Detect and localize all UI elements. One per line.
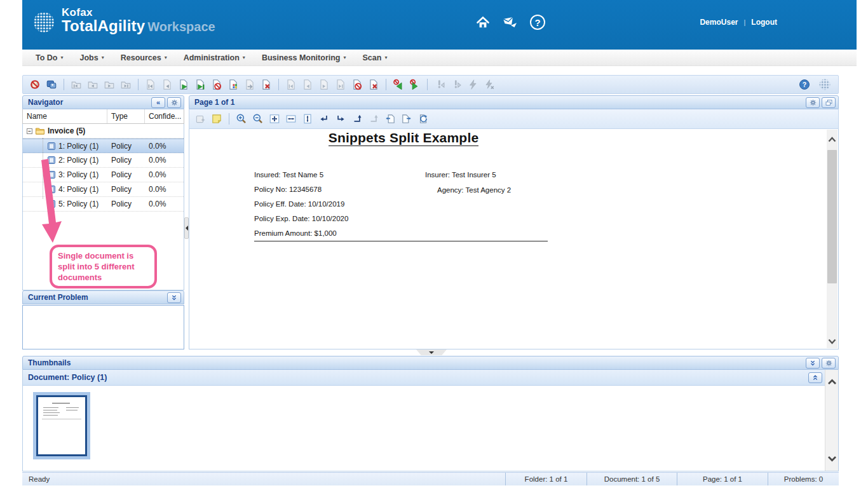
menu-jobs[interactable]: Jobs▾ bbox=[72, 50, 112, 65]
menu-resources[interactable]: Resources▾ bbox=[112, 50, 175, 65]
rotate-right-button[interactable] bbox=[332, 111, 349, 126]
thumbnails-collapse-button[interactable] bbox=[806, 358, 820, 369]
rotate-page-button[interactable] bbox=[415, 111, 431, 126]
fit-page-button[interactable] bbox=[266, 111, 283, 126]
menu-business-monitoring[interactable]: Business Monitoring▾ bbox=[254, 50, 355, 65]
menu-scan[interactable]: Scan▾ bbox=[355, 50, 396, 65]
scrollbar-thumb[interactable] bbox=[827, 150, 837, 283]
menu-todo[interactable]: To Do▾ bbox=[27, 50, 72, 65]
fit-height-button[interactable] bbox=[299, 111, 316, 126]
batch-reject-button[interactable] bbox=[27, 77, 43, 92]
first-document-button[interactable] bbox=[142, 77, 159, 92]
previous-document-button[interactable] bbox=[159, 77, 175, 92]
scroll-down-button[interactable] bbox=[827, 336, 837, 347]
chevron-double-up-icon bbox=[811, 374, 819, 382]
viewer-scrollbar[interactable] bbox=[827, 130, 837, 348]
thumbnails-scrollbar[interactable] bbox=[825, 370, 838, 471]
toolbar-help-button[interactable]: ? bbox=[796, 77, 813, 92]
home-icon bbox=[475, 15, 491, 30]
messages-button[interactable] bbox=[502, 14, 519, 30]
reject-page-button[interactable] bbox=[349, 77, 365, 92]
next-document-button[interactable] bbox=[175, 77, 192, 92]
rotate-left-button[interactable] bbox=[316, 111, 332, 126]
tree-row-policy-1[interactable]: 1: Policy (1) Policy 0.0% bbox=[23, 139, 184, 153]
delete-page-button[interactable] bbox=[365, 77, 382, 92]
previous-problem-button[interactable] bbox=[431, 77, 448, 92]
first-folder-button[interactable] bbox=[68, 77, 85, 92]
chevron-double-down-icon bbox=[809, 359, 817, 367]
splitter-collapse-handle[interactable] bbox=[184, 217, 189, 239]
current-problem-collapse-button[interactable] bbox=[167, 292, 181, 303]
zoom-out-button[interactable] bbox=[250, 111, 266, 126]
thumbnails-document-collapse-button[interactable] bbox=[808, 372, 822, 383]
cancel-validation-button[interactable] bbox=[481, 77, 498, 92]
last-document-button[interactable] bbox=[192, 77, 208, 92]
toolbar-help-icon: ? bbox=[799, 79, 810, 90]
last-folder-button[interactable] bbox=[118, 77, 134, 92]
tree-row-policy-2[interactable]: 2: Policy (1) Policy 0.0% bbox=[23, 153, 184, 168]
logout-link[interactable]: Logout bbox=[751, 18, 777, 27]
tree-row-policy-4[interactable]: 4: Policy (1) Policy 0.0% bbox=[23, 182, 184, 197]
split-document-button[interactable] bbox=[225, 77, 241, 92]
next-problem-button[interactable] bbox=[448, 77, 465, 92]
annotation-callout: Single document is split into 5 differen… bbox=[50, 245, 157, 288]
previous-page-button[interactable] bbox=[299, 77, 316, 92]
toolbar-kofax-button[interactable] bbox=[817, 77, 833, 92]
move-page-next-button[interactable] bbox=[398, 111, 415, 126]
thumbnails-settings-button[interactable] bbox=[822, 358, 836, 369]
thumbnails-panel: Thumbnails bbox=[22, 356, 839, 471]
validate-button[interactable] bbox=[465, 77, 481, 92]
first-page-button[interactable] bbox=[283, 77, 299, 92]
previous-rejected-button[interactable] bbox=[390, 77, 407, 92]
menu-administration[interactable]: Administration▾ bbox=[175, 50, 254, 65]
scroll-up-button[interactable] bbox=[827, 133, 837, 145]
page-settings-button[interactable] bbox=[806, 97, 820, 108]
column-header-name[interactable]: Name bbox=[23, 109, 107, 123]
last-page-button[interactable] bbox=[332, 77, 349, 92]
thumbnails-strip bbox=[23, 386, 825, 471]
tree-row-policy-5[interactable]: 5: Policy (1) Policy 0.0% bbox=[23, 197, 184, 212]
page-panel: Page 1 of 1 bbox=[189, 95, 839, 349]
gear-icon bbox=[809, 98, 817, 107]
sticky-note-button[interactable] bbox=[208, 111, 225, 126]
image-viewer-button[interactable] bbox=[43, 77, 60, 92]
status-document: Document: 1 of 5 bbox=[587, 473, 677, 485]
home-button[interactable] bbox=[475, 14, 491, 30]
first-document-icon bbox=[145, 79, 156, 90]
zoom-in-button[interactable] bbox=[233, 111, 250, 126]
next-page-button[interactable] bbox=[316, 77, 332, 92]
fit-page-icon bbox=[269, 113, 280, 125]
page-viewer[interactable]: Snippets Split Example Insured: Test Nam… bbox=[189, 129, 839, 349]
navigator-collapse-button[interactable]: « bbox=[151, 97, 165, 108]
current-problem-title: Current Problem bbox=[28, 293, 88, 302]
document-icon bbox=[47, 170, 56, 179]
chevron-down-icon: ▾ bbox=[60, 55, 63, 60]
panel-splitter-vertical[interactable] bbox=[184, 95, 189, 349]
rotate-180-button[interactable] bbox=[349, 111, 365, 126]
next-rejected-button[interactable] bbox=[407, 77, 423, 92]
navigator-settings-button[interactable] bbox=[167, 97, 181, 108]
page-popout-button[interactable] bbox=[822, 97, 836, 108]
status-problems: Problems: 0 bbox=[768, 473, 839, 485]
previous-folder-button[interactable] bbox=[85, 77, 101, 92]
next-folder-button[interactable] bbox=[101, 77, 118, 92]
collapse-expander-icon[interactable]: − bbox=[27, 128, 32, 134]
add-annotation-button[interactable] bbox=[192, 111, 208, 126]
fit-height-icon bbox=[302, 113, 313, 125]
fit-width-button[interactable] bbox=[283, 111, 299, 126]
splitter-collapse-handle[interactable] bbox=[416, 349, 447, 355]
rotate-all-button[interactable] bbox=[365, 111, 382, 126]
panel-splitter-horizontal[interactable] bbox=[22, 349, 857, 356]
column-header-confidence[interactable]: Confide... bbox=[145, 109, 184, 123]
help-button[interactable]: ? bbox=[529, 14, 546, 30]
merge-document-button[interactable] bbox=[241, 77, 258, 92]
scroll-up-button[interactable] bbox=[825, 375, 839, 389]
tree-folder-row[interactable]: − Invoice (5) bbox=[23, 124, 184, 139]
scroll-down-button[interactable] bbox=[825, 452, 839, 466]
column-header-type[interactable]: Type bbox=[107, 109, 145, 123]
page-thumbnail-selected[interactable] bbox=[33, 392, 90, 459]
reject-document-button[interactable] bbox=[208, 77, 225, 92]
move-page-previous-button[interactable] bbox=[382, 111, 398, 126]
tree-row-policy-3[interactable]: 3: Policy (1) Policy 0.0% bbox=[23, 168, 184, 182]
delete-document-button[interactable] bbox=[258, 77, 275, 92]
